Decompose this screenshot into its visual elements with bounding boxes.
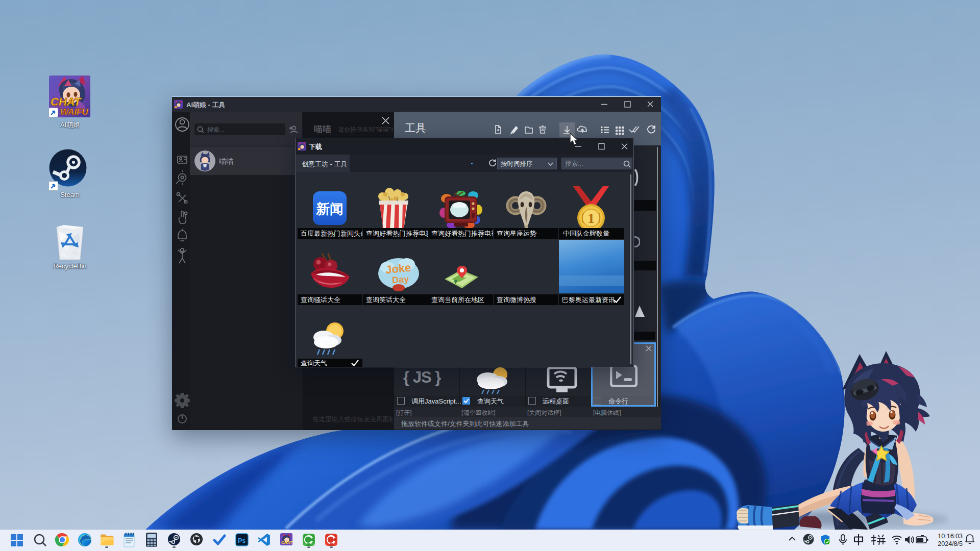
svg-text:WAIFU: WAIFU	[60, 107, 88, 117]
svg-text:新闻: 新闻	[315, 202, 344, 217]
svg-text:CHAT: CHAT	[51, 95, 82, 108]
svg-text:Ps: Ps	[238, 537, 246, 544]
svg-text:CHAT: CHAT	[281, 540, 293, 545]
svg-text:Day: Day	[391, 274, 409, 285]
svg-text:1: 1	[587, 210, 595, 226]
